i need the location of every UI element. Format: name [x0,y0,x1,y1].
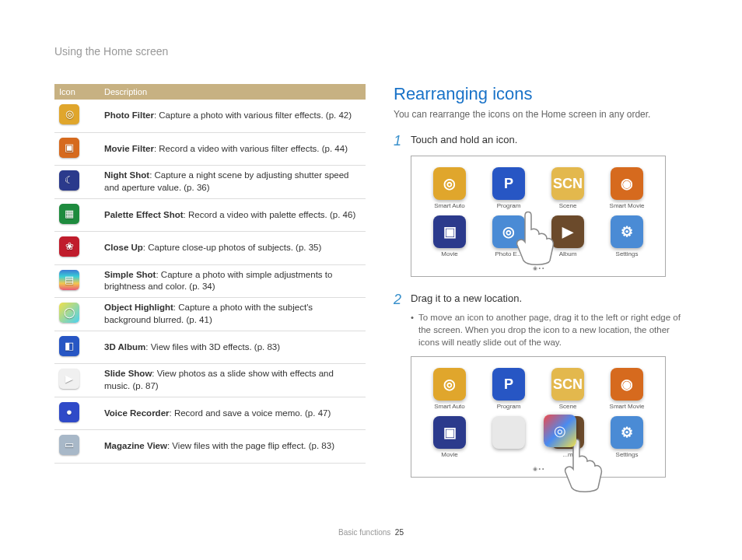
app-icon [492,215,525,248]
app-item: Scene [546,167,590,209]
app-item: Settings [605,215,649,257]
app-item: Smart Auto [428,368,471,410]
feature-icon [59,336,79,356]
app-label: Program [497,202,521,209]
app-icon [433,416,466,449]
page-number: 25 [395,528,404,537]
feature-description: Object Highlight: Capture a photo with t… [100,298,366,331]
table-row: Object Highlight: Capture a photo with t… [54,298,366,331]
table-row: Photo Filter: Capture a photo with vario… [54,100,366,132]
app-label: Scene [559,403,577,410]
section-title: Using the Home screen [54,45,168,58]
app-icon [551,167,584,200]
app-icon [611,416,643,449]
app-label: Album [559,250,577,257]
app-item: Program [487,167,530,209]
feature-icon [59,369,79,389]
app-icon [611,167,643,200]
th-icon: Icon [54,84,100,100]
home-screen-preview-2: Smart AutoProgramSceneSmart MovieMovie..… [411,356,666,478]
bullet-text: To move an icon to another page, drag it… [418,311,688,348]
page-footer: Basic functions 25 [0,528,742,537]
table-row: Night Shot: Capture a night scene by adj… [54,166,366,199]
app-item [487,416,530,458]
table-row: 3D Album: View files with 3D effects. (p… [54,331,366,364]
step-2-num: 2 [394,292,404,306]
feature-icon [59,303,79,323]
app-icon [611,215,643,248]
app-label: Movie [441,250,457,257]
chapter-label: Basic functions [338,528,390,537]
app-icon [492,368,525,401]
feature-description: Movie Filter: Record a video with variou… [100,132,366,166]
app-label: Smart Movie [610,202,645,209]
table-row: Movie Filter: Record a video with variou… [54,132,366,166]
feature-description: Slide Show: View photos as a slide show … [100,364,366,397]
app-label: ...m [562,451,572,458]
feature-description: Night Shot: Capture a night scene by adj… [100,166,366,199]
table-row: Palette Effect Shot: Record a video with… [54,198,366,232]
app-item: Movie [428,215,471,257]
table-row: Voice Recorder: Record and save a voice … [54,397,366,430]
table-row: Simple Shot: Capture a photo with simple… [54,264,366,298]
app-item: Smart Movie [605,368,649,410]
app-label: Smart Auto [434,202,465,209]
feature-description: Photo Filter: Capture a photo with vario… [100,100,366,132]
feature-icon [59,104,79,124]
step-2: 2 Drag it to a new location. [394,292,688,306]
feature-description: Palette Effect Shot: Record a video with… [100,198,366,232]
feature-description: Magazine View: View files with the page … [100,430,366,464]
rearrange-title: Rearranging icons [394,84,688,104]
app-item: Album [546,215,590,257]
step-1-text: Touch and hold an icon. [411,134,517,148]
app-label: Settings [616,250,639,257]
app-item: Smart Movie [605,167,649,209]
step-1-num: 1 [394,134,404,148]
app-icon [611,368,643,401]
app-item: Settings [605,416,649,458]
app-label: Movie [441,451,457,458]
app-item: Movie [428,416,471,458]
table-row: Close Up: Capture close-up photos of sub… [54,232,366,265]
feature-description: 3D Album: View files with 3D effects. (p… [100,331,366,364]
app-item: Smart Auto [428,167,471,209]
app-icon [433,167,466,200]
step-2-text: Drag it to a new location. [411,292,522,306]
app-icon [551,368,584,401]
feature-icon [59,138,79,158]
pagination-dots: ◉ • • [421,265,656,271]
feature-icon [59,170,79,191]
feature-description: Simple Shot: Capture a photo with simple… [100,264,366,298]
app-label: Program [497,403,521,410]
table-row: Magazine View: View files with the page … [54,430,366,464]
app-icon [492,416,525,449]
app-icon [551,215,584,248]
step-1: 1 Touch and hold an icon. [394,134,688,148]
step-2-bullet: • To move an icon to another page, drag … [411,311,688,348]
app-icon [433,368,466,401]
app-icon [433,215,466,248]
feature-description: Close Up: Capture close-up photos of sub… [100,232,366,265]
feature-icon [59,204,79,224]
icon-description-table: Icon Description Photo Filter: Capture a… [54,84,366,478]
app-item: Program [487,368,530,410]
th-desc: Description [100,84,366,100]
app-label: Photo E... [495,250,522,257]
table-row: Slide Show: View photos as a slide show … [54,364,366,397]
dragged-icon: ◎ [544,415,576,447]
home-screen-preview-1: Smart AutoProgramSceneSmart MovieMoviePh… [411,156,666,277]
rearrange-intro: You can rearrange the icons on the Home … [394,109,688,120]
app-icon [492,167,525,200]
feature-icon [59,270,79,290]
feature-icon [59,402,79,422]
app-item: Photo E... [487,215,530,257]
app-label: Settings [616,451,639,458]
feature-icon [59,435,79,455]
app-item: Scene [546,368,590,410]
app-label: Smart Auto [434,403,465,410]
app-label: Scene [559,202,577,209]
feature-icon [59,236,79,257]
app-label: Smart Movie [610,403,645,410]
feature-description: Voice Recorder: Record and save a voice … [100,397,366,430]
pagination-dots: ◉ • • [421,466,656,472]
